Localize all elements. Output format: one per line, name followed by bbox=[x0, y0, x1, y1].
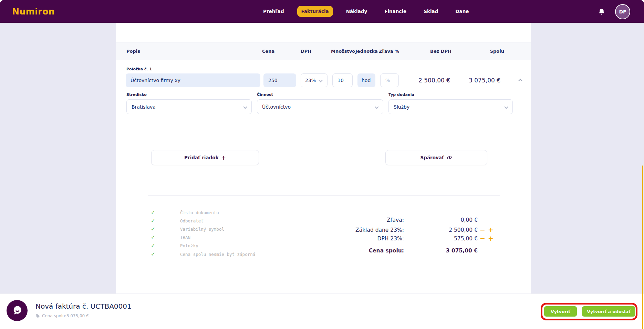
invoice-subtotal-line: Cena spolu:3 075,00 € bbox=[35, 313, 89, 318]
invoice-items-card: Popis Cena DPH Množstvo Jednotka Zľava %… bbox=[116, 23, 531, 294]
typ-dodania-value: Služby bbox=[394, 104, 409, 110]
cinnost-select[interactable]: Účtovníctvo bbox=[257, 99, 383, 114]
create-button[interactable]: Vytvoriť bbox=[544, 306, 577, 317]
checklist-item: ✓ Variabilný symbol bbox=[151, 226, 224, 232]
nav-item-dane[interactable]: Dane bbox=[451, 6, 473, 17]
pair-button[interactable]: Spárovať bbox=[385, 150, 487, 165]
col-bez-dph: Bez DPH bbox=[430, 42, 451, 60]
items-table-header: Popis Cena DPH Množstvo Jednotka Zľava %… bbox=[116, 42, 531, 60]
col-zlava: Zľava % bbox=[379, 42, 399, 60]
vat-total-value: 575,00 € bbox=[454, 236, 478, 242]
col-jednotka: Jednotka bbox=[355, 42, 378, 60]
plus-icon: + bbox=[221, 154, 226, 161]
check-icon: ✓ bbox=[151, 226, 180, 232]
chevron-down-icon bbox=[243, 105, 247, 109]
col-mnozstvo: Množstvo bbox=[331, 42, 355, 60]
item-row-label: Položka č. 1 bbox=[126, 67, 152, 71]
pair-label: Spárovať bbox=[420, 155, 444, 160]
check-icon: ✓ bbox=[151, 242, 180, 249]
vat-adjusters: − + bbox=[480, 235, 495, 242]
item-price-input[interactable] bbox=[263, 73, 296, 87]
check-icon: ✓ bbox=[151, 218, 180, 224]
typ-dodania-label: Typ dodania bbox=[388, 92, 414, 97]
grand-total-value: 3 075,00 € bbox=[446, 248, 478, 254]
item-net-amount: 2 500,00 € bbox=[418, 73, 450, 87]
stredisko-label: Stredisko bbox=[126, 92, 147, 97]
nav-item-naklady[interactable]: Náklady bbox=[342, 6, 372, 17]
nav-item-fakturacia[interactable]: Fakturácia bbox=[297, 6, 333, 17]
decrease-icon[interactable]: − bbox=[480, 235, 485, 242]
cinnost-value: Účtovníctvo bbox=[262, 104, 291, 110]
tag-icon bbox=[35, 314, 40, 318]
item-unit-input[interactable] bbox=[357, 73, 375, 87]
col-dph: DPH bbox=[301, 42, 311, 60]
stredisko-select[interactable]: Bratislava bbox=[126, 99, 252, 114]
main-navigation: Prehľad Fakturácia Náklady Financie Skla… bbox=[259, 0, 473, 23]
checklist-item: ✓ Cena spolu nesmie byť záporná bbox=[151, 251, 255, 258]
user-avatar[interactable]: DF bbox=[615, 4, 630, 19]
vat-total-label: DPH 23%: bbox=[377, 236, 404, 242]
increase-icon[interactable]: + bbox=[488, 235, 494, 242]
divider bbox=[148, 195, 500, 196]
item-total-amount: 3 075,00 € bbox=[469, 73, 500, 87]
discount-total-label: Zľava: bbox=[387, 217, 404, 223]
item-vat-select[interactable]: 23% bbox=[301, 73, 328, 87]
discount-total-value: 0,00 € bbox=[461, 217, 478, 223]
brand-logo: Numiron bbox=[12, 0, 55, 23]
app-screen: Numiron Prehľad Fakturácia Náklady Finan… bbox=[0, 0, 644, 329]
item-discount-input[interactable] bbox=[380, 73, 399, 87]
tax-base-adjusters: − + bbox=[480, 227, 495, 233]
item-quantity-input[interactable] bbox=[332, 73, 353, 87]
add-row-label: Pridať riadok bbox=[184, 155, 218, 160]
grand-total-label: Cena spolu: bbox=[369, 248, 404, 254]
typ-dodania-select[interactable]: Služby bbox=[388, 99, 513, 114]
check-icon: ✓ bbox=[151, 234, 180, 240]
col-cena: Cena bbox=[262, 42, 274, 60]
nav-item-prehlad[interactable]: Prehľad bbox=[259, 6, 288, 17]
notifications-bell-icon[interactable] bbox=[598, 8, 605, 16]
nav-item-financie[interactable]: Financie bbox=[380, 6, 411, 17]
item-description-input[interactable] bbox=[126, 73, 260, 87]
increase-icon[interactable]: + bbox=[488, 227, 494, 233]
divider bbox=[148, 134, 500, 134]
check-icon: ✓ bbox=[151, 209, 180, 216]
decrease-icon[interactable]: − bbox=[480, 227, 485, 233]
create-and-send-button[interactable]: Vytvoriť a odoslať bbox=[582, 306, 635, 317]
add-row-button[interactable]: Pridať riadok + bbox=[151, 150, 259, 165]
checklist-item: ✓ Položky bbox=[151, 242, 198, 249]
checklist-item: ✓ Odberateľ bbox=[151, 217, 204, 224]
chevron-down-icon bbox=[319, 78, 322, 82]
chevron-down-icon bbox=[375, 105, 378, 109]
checklist-item: ✓ IBAN bbox=[151, 234, 190, 241]
chat-widget-icon[interactable] bbox=[7, 300, 28, 321]
link-icon bbox=[446, 155, 453, 161]
invoice-subtotal-text: Cena spolu:3 075,00 € bbox=[42, 313, 89, 318]
nav-item-sklad[interactable]: Sklad bbox=[419, 6, 442, 17]
chevron-down-icon bbox=[504, 105, 508, 109]
bottom-action-bar: Nová faktúra č. UCTBA0001 Cena spolu:3 0… bbox=[0, 294, 644, 329]
top-navbar: Numiron Prehľad Fakturácia Náklady Finan… bbox=[0, 0, 644, 23]
col-spolu: Spolu bbox=[490, 42, 504, 60]
checklist-item: ✓ Číslo dokumentu bbox=[151, 209, 219, 216]
invoice-title: Nová faktúra č. UCTBA0001 bbox=[35, 302, 132, 310]
tax-base-label: Základ dane 23%: bbox=[355, 227, 404, 233]
cinnost-label: Činnosť bbox=[257, 92, 273, 97]
check-icon: ✓ bbox=[151, 251, 180, 257]
stredisko-value: Bratislava bbox=[132, 104, 156, 110]
item-vat-value: 23% bbox=[305, 78, 316, 83]
tax-base-value: 2 500,00 € bbox=[449, 227, 478, 233]
col-popis: Popis bbox=[126, 42, 140, 60]
collapse-item-chevron-up-icon[interactable] bbox=[518, 79, 522, 82]
